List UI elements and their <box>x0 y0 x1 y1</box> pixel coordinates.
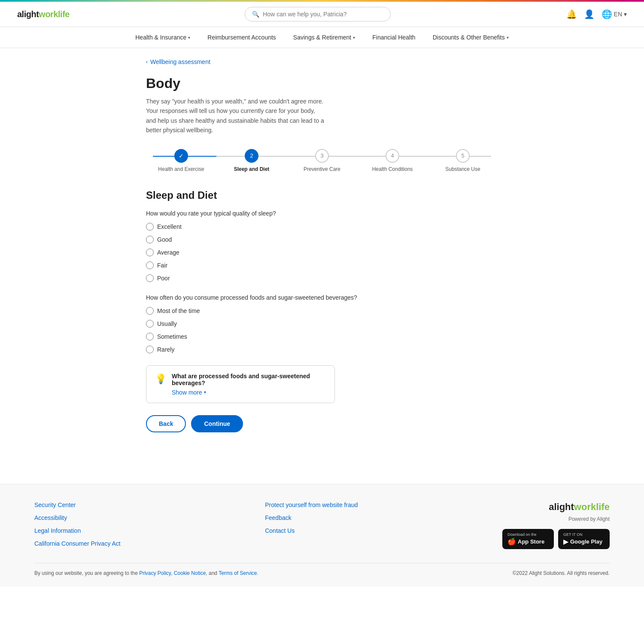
button-row: Back Continue <box>146 415 498 432</box>
step-5-label: Substance Use <box>445 166 480 172</box>
footer-brand: alight worklife Powered by Alight Downlo… <box>502 501 610 549</box>
google-play-label: Google Play <box>570 538 602 545</box>
page-title: Body <box>146 76 498 91</box>
info-title: What are processed foods and sugar-sweet… <box>172 373 326 386</box>
food-radio-rarely[interactable] <box>146 346 154 353</box>
footer-and: , and <box>206 570 219 576</box>
back-button[interactable]: Back <box>146 415 186 432</box>
footer-privacy-policy[interactable]: Privacy Policy <box>139 570 171 576</box>
food-option-usually[interactable]: Usually <box>146 320 498 328</box>
search-icon: 🔍 <box>252 11 259 18</box>
footer-link-ccpa[interactable]: California Consumer Privacy Act <box>34 540 121 547</box>
nav-discounts-chevron: ▾ <box>507 35 509 40</box>
step-2-number: 2 <box>250 152 253 159</box>
show-more-chevron-icon: ▾ <box>204 390 206 395</box>
sleep-radio-good[interactable] <box>146 236 154 243</box>
sleep-label-good: Good <box>157 236 172 243</box>
sleep-radio-excellent[interactable] <box>146 223 154 231</box>
footer-link-accessibility[interactable]: Accessibility <box>34 514 121 521</box>
step-1-label: Health and Exercise <box>158 166 204 172</box>
apple-app-store-badge[interactable]: Download on the 🍎 App Store <box>502 529 554 549</box>
nav-discounts[interactable]: Discounts & Other Benefits ▾ <box>431 27 510 48</box>
footer-link-feedback[interactable]: Feedback <box>265 514 358 521</box>
logo[interactable]: alight worklife <box>17 9 70 19</box>
footer-terms[interactable]: Terms of Service <box>219 570 257 576</box>
footer-cookie-notice[interactable]: Cookie Notice <box>174 570 206 576</box>
footer-link-security[interactable]: Security Center <box>34 501 121 508</box>
continue-button[interactable]: Continue <box>191 415 243 432</box>
sleep-quality-options: Excellent Good Average Fair Poor <box>146 223 498 282</box>
footer-copyright: ©2022 Alight Solutions. All rights reser… <box>513 570 610 576</box>
footer-powered: Powered by Alight <box>568 516 610 522</box>
processed-foods-options: Most of the time Usually Sometimes Rarel… <box>146 307 498 353</box>
food-option-most[interactable]: Most of the time <box>146 307 498 315</box>
nav-savings[interactable]: Savings & Retirement ▾ <box>292 27 357 48</box>
language-selector[interactable]: 🌐 EN ▾ <box>601 9 627 19</box>
search-input-wrap: 🔍 <box>245 7 391 21</box>
food-option-rarely[interactable]: Rarely <box>146 346 498 353</box>
breadcrumb-label: Wellbeing assessment <box>150 58 210 65</box>
step-4-number: 4 <box>391 152 394 159</box>
notification-icon[interactable]: 🔔 <box>566 9 577 19</box>
food-option-sometimes[interactable]: Sometimes <box>146 333 498 340</box>
footer-col-1: Security Center Accessibility Legal Info… <box>34 501 121 549</box>
step-2-label: Sleep and Diet <box>234 166 270 172</box>
page-description: They say "your health is your wealth," a… <box>146 97 326 135</box>
nav-savings-chevron: ▾ <box>353 35 355 40</box>
sleep-radio-average[interactable] <box>146 249 154 256</box>
user-icon[interactable]: 👤 <box>584 9 595 19</box>
step-4-circle: 4 <box>386 149 399 163</box>
sleep-option-excellent[interactable]: Excellent <box>146 223 498 231</box>
step-5-circle: 5 <box>456 149 470 163</box>
google-play-badge[interactable]: GET IT ON ▶ Google Play <box>558 529 610 549</box>
sleep-option-poor[interactable]: Poor <box>146 274 498 282</box>
step-5: 5 Substance Use <box>428 149 498 172</box>
step-2: 2 Sleep and Diet <box>216 149 287 172</box>
food-label-rarely: Rarely <box>157 346 174 353</box>
breadcrumb[interactable]: ‹ Wellbeing assessment <box>146 58 498 65</box>
nav-health-insurance[interactable]: Health & Insurance ▾ <box>134 27 192 48</box>
sleep-radio-fair[interactable] <box>146 261 154 269</box>
food-label-sometimes: Sometimes <box>157 333 187 340</box>
search-bar: 🔍 <box>70 7 566 21</box>
step-3-number: 3 <box>320 152 323 159</box>
sleep-option-average[interactable]: Average <box>146 249 498 256</box>
food-radio-most[interactable] <box>146 307 154 315</box>
food-radio-usually[interactable] <box>146 320 154 328</box>
step-1-circle: ✓ <box>174 149 188 163</box>
footer-period: . <box>257 570 258 576</box>
step-2-circle: 2 <box>245 149 258 163</box>
steps-list: ✓ Health and Exercise 2 Sleep and Diet 3… <box>146 149 498 172</box>
info-content: What are processed foods and sugar-sweet… <box>172 373 326 396</box>
nav-financial-health-label: Financial Health <box>372 34 415 41</box>
step-1: ✓ Health and Exercise <box>146 149 216 172</box>
footer-logo: alight worklife <box>549 501 610 513</box>
nav-reimbursement[interactable]: Reimbursement Accounts <box>206 27 278 48</box>
lang-label: EN <box>614 11 622 18</box>
logo-worklife: worklife <box>39 9 70 19</box>
sleep-radio-poor[interactable] <box>146 274 154 282</box>
section-title: Sleep and Diet <box>146 189 498 201</box>
footer-link-fraud[interactable]: Protect yourself from website fraud <box>265 501 358 508</box>
footer-bottom-text: By using our website, you are agreeing t… <box>34 570 258 576</box>
nav-discounts-label: Discounts & Other Benefits <box>433 34 505 41</box>
sleep-option-good[interactable]: Good <box>146 236 498 243</box>
progress-steps: ✓ Health and Exercise 2 Sleep and Diet 3… <box>146 149 498 172</box>
lang-chevron-icon: ▾ <box>624 11 627 18</box>
show-more-button[interactable]: Show more ▾ <box>172 389 326 396</box>
footer-link-contact[interactable]: Contact Us <box>265 527 358 534</box>
footer-bottom: By using our website, you are agreeing t… <box>34 563 610 576</box>
sleep-label-poor: Poor <box>157 275 170 282</box>
question-2: How often do you consume processed foods… <box>146 294 498 301</box>
food-radio-sometimes[interactable] <box>146 333 154 340</box>
step-4-label: Health Conditions <box>372 166 413 172</box>
sleep-label-average: Average <box>157 249 179 256</box>
header: alight worklife 🔍 🔔 👤 🌐 EN ▾ <box>0 2 644 27</box>
info-box: 💡 What are processed foods and sugar-swe… <box>146 365 335 403</box>
footer-link-legal[interactable]: Legal Information <box>34 527 121 534</box>
nav-financial-health[interactable]: Financial Health <box>371 27 417 48</box>
sleep-option-fair[interactable]: Fair <box>146 261 498 269</box>
search-input[interactable] <box>263 11 383 18</box>
app-badges: Download on the 🍎 App Store GET IT ON ▶ … <box>502 529 610 549</box>
footer-agreement-prefix: By using our website, you are agreeing t… <box>34 570 139 576</box>
